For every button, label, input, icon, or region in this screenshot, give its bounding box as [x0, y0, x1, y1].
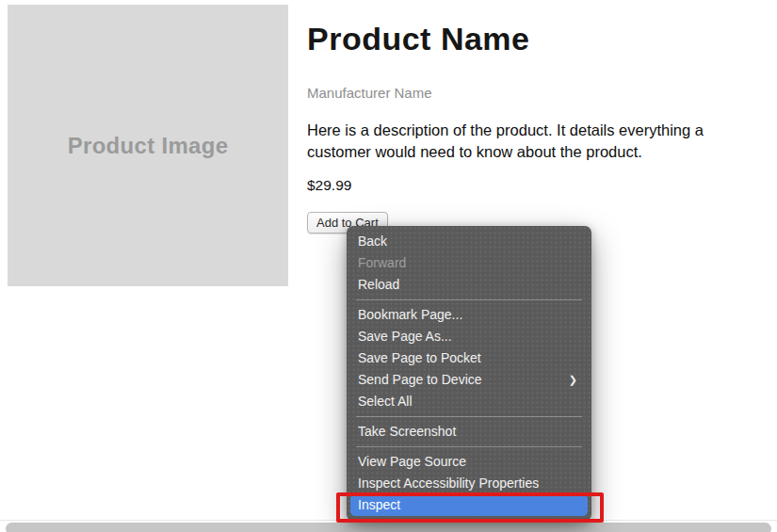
product-image-placeholder: Product Image — [8, 5, 288, 286]
menu-item-take-screenshot[interactable]: Take Screenshot — [350, 421, 588, 443]
menu-separator — [356, 446, 582, 447]
menu-item-send-page-to-device[interactable]: Send Page to Device ❯ — [350, 369, 588, 391]
menu-item-select-all[interactable]: Select All — [350, 391, 588, 412]
menu-item-bookmark-page[interactable]: Bookmark Page... — [350, 304, 588, 326]
horizontal-scrollbar-thumb[interactable] — [6, 523, 771, 532]
menu-item-save-page-to-pocket[interactable]: Save Page to Pocket — [350, 347, 588, 369]
menu-item-forward: Forward — [350, 252, 588, 274]
menu-item-reload[interactable]: Reload — [350, 274, 588, 296]
menu-item-back[interactable]: Back — [350, 231, 588, 252]
product-info: Product Name Manufacturer Name Here is a… — [307, 21, 753, 234]
menu-item-save-page-as[interactable]: Save Page As... — [350, 326, 588, 347]
product-description: Here is a description of the product. It… — [307, 120, 753, 163]
product-title: Product Name — [307, 21, 753, 57]
menu-item-label: Send Page to Device — [358, 372, 482, 387]
context-menu: Back Forward Reload Bookmark Page... Sav… — [347, 226, 591, 521]
product-price: $29.99 — [307, 177, 753, 194]
menu-item-view-page-source[interactable]: View Page Source — [350, 451, 588, 473]
menu-separator — [356, 299, 582, 300]
manufacturer-name: Manufacturer Name — [307, 85, 753, 101]
menu-separator — [356, 416, 582, 417]
menu-item-inspect-accessibility-properties[interactable]: Inspect Accessibility Properties — [350, 473, 588, 494]
submenu-chevron-icon: ❯ — [569, 369, 577, 391]
product-image-label: Product Image — [68, 133, 229, 159]
menu-item-inspect[interactable]: Inspect — [350, 494, 588, 516]
